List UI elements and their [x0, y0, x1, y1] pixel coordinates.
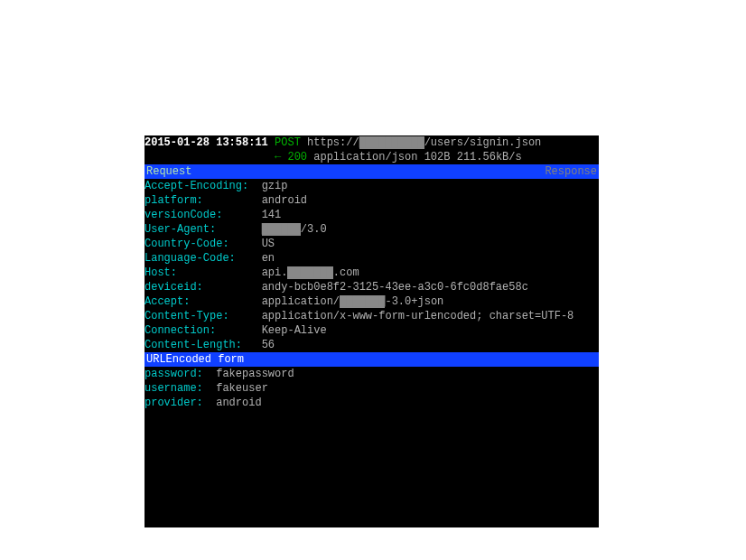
form-section-bar: URLEncoded form — [145, 352, 599, 367]
form-key: provider: — [145, 397, 210, 409]
tab-request[interactable]: Request — [146, 164, 191, 179]
header-key: User-Agent: — [145, 223, 248, 236]
form-value: android — [216, 397, 261, 409]
header-row: Language-Code: en — [145, 251, 599, 266]
url-host-redacted: ██████████ — [359, 136, 424, 149]
header-key: Content-Length: — [145, 339, 248, 351]
timestamp: 2015-01-28 13:58:11 — [145, 136, 268, 149]
form-row: username: fakeuser — [145, 381, 599, 396]
header-key: Accept-Encoding: — [145, 180, 248, 192]
form-row: password: fakepassword — [145, 367, 599, 381]
header-row: Content-Length: 56 — [145, 338, 599, 352]
url-path: /users/signin.json — [424, 136, 542, 149]
response-line: ← 200 application/json 102B 211.56kB/s — [145, 150, 599, 164]
header-row: User-Agent: ██████/3.0 — [145, 222, 599, 237]
header-key: Content-Type: — [145, 310, 248, 322]
form-value: fakepassword — [216, 368, 294, 380]
response-type: application/json — [313, 151, 417, 163]
header-key: Accept: — [145, 295, 248, 308]
http-method: POST — [275, 136, 301, 149]
header-row: Connection: Keep-Alive — [145, 323, 599, 338]
request-line: 2015-01-28 13:58:11 POST https://███████… — [145, 135, 599, 150]
header-key: Host: — [145, 266, 248, 279]
header-key: deviceid: — [145, 281, 248, 294]
status-code: 200 — [287, 151, 307, 163]
header-row: deviceid: andy-bcb0e8f2-3125-43ee-a3c0-6… — [145, 280, 599, 294]
form-key: password: — [145, 368, 210, 380]
response-speed: 211.56kB/s — [457, 151, 522, 163]
tab-bar: Request Response — [145, 164, 599, 179]
header-row: platform: android — [145, 193, 599, 208]
form-value: fakeuser — [216, 382, 268, 395]
header-row: Accept: application/███████-3.0+json — [145, 294, 599, 309]
terminal-empty-space — [145, 410, 599, 527]
header-row: Accept-Encoding: gzip — [145, 179, 599, 193]
header-row: Content-Type: application/x-www-form-url… — [145, 309, 599, 323]
header-key: Language-Code: — [145, 252, 248, 265]
header-key: platform: — [145, 194, 248, 207]
terminal-window: 2015-01-28 13:58:11 POST https://███████… — [145, 135, 599, 527]
header-row: Country-Code: US — [145, 237, 599, 251]
header-row: versionCode: 141 — [145, 208, 599, 222]
form-row: provider: android — [145, 396, 599, 410]
url-protocol: https:// — [307, 136, 359, 149]
response-arrow-icon: ← — [275, 151, 281, 163]
form-key: username: — [145, 382, 210, 395]
header-list: Accept-Encoding: gzipplatform: androidve… — [145, 179, 599, 352]
header-key: versionCode: — [145, 209, 248, 221]
tab-response[interactable]: Response — [545, 164, 597, 179]
header-key: Connection: — [145, 324, 248, 337]
header-row: Host: api.███████.com — [145, 266, 599, 280]
header-key: Country-Code: — [145, 238, 248, 250]
response-size: 102B — [424, 151, 451, 163]
form-list: password: fakepasswordusername: fakeuser… — [145, 367, 599, 410]
